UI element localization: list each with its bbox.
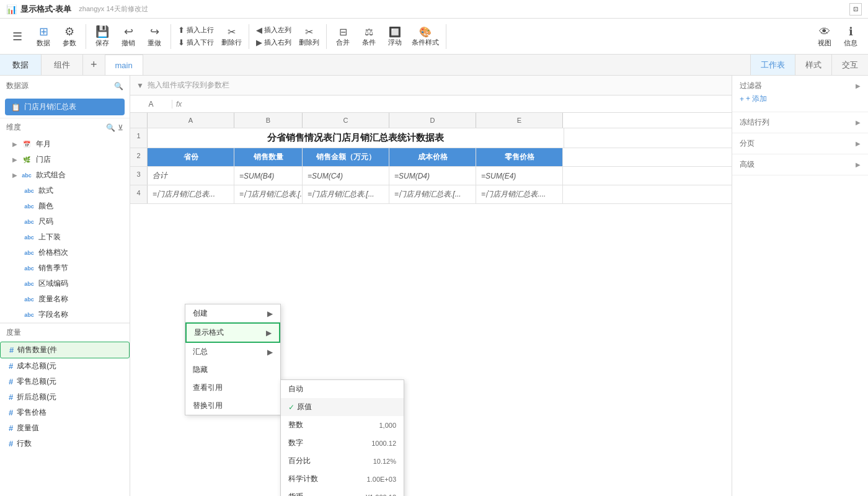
title-cell[interactable]: 分省销售情况表门店月销汇总表统计数据表 bbox=[148, 128, 564, 148]
format-integer[interactable]: 整数 1,000 bbox=[281, 416, 404, 434]
measure-item-retail-price[interactable]: # 零售价格 bbox=[0, 405, 130, 420]
search-dim-icon[interactable]: 🔍 bbox=[106, 123, 115, 132]
condition-button[interactable]: ⚖ 条件 bbox=[356, 24, 381, 49]
merge-button[interactable]: ⊟ 合并 bbox=[330, 24, 355, 49]
save-button[interactable]: 💾 保存 bbox=[90, 23, 115, 50]
measure-item-row-count[interactable]: # 行数 bbox=[0, 436, 130, 451]
arrow-icon: ▶ bbox=[266, 329, 272, 337]
col-header-e: E bbox=[476, 113, 563, 128]
params-menu-button[interactable]: ⚙ 参数 bbox=[57, 23, 82, 50]
freeze-section: 冻结行列 ▶ bbox=[732, 112, 868, 133]
page-arrow-icon: ▶ bbox=[856, 140, 861, 147]
menu-item-replace-ref[interactable]: 替换引用 bbox=[185, 397, 280, 415]
float-button[interactable]: 🔲 浮动 bbox=[383, 24, 407, 49]
menu-item-create[interactable]: 创建 ▶ bbox=[185, 304, 280, 322]
measure-item-sales-qty[interactable]: # 销售数量(件 bbox=[0, 342, 130, 358]
context-menu-1: 创建 ▶ 显示格式 ▶ 汇总 ▶ 隐藏 查看引用 替换引用 bbox=[185, 304, 281, 415]
tab-interact[interactable]: 交互 bbox=[831, 55, 868, 75]
tab-style[interactable]: 样式 bbox=[795, 55, 831, 75]
data-menu-button[interactable]: ⊞ 数据 bbox=[31, 23, 56, 50]
header-cell-sales-qty[interactable]: 销售数量 bbox=[234, 148, 303, 166]
dim-item-season[interactable]: abc 销售季节 bbox=[0, 260, 130, 276]
menu-item-view-ref[interactable]: 查看引用 bbox=[185, 379, 280, 397]
menu-item-display-format[interactable]: 显示格式 ▶ bbox=[185, 322, 280, 343]
format-auto[interactable]: 自动 bbox=[281, 380, 404, 398]
menu-item-hide[interactable]: 隐藏 bbox=[185, 361, 280, 379]
insert-left-button[interactable]: ◀ 插入左列 bbox=[253, 24, 294, 36]
view-button[interactable]: 👁 视图 bbox=[812, 23, 837, 50]
format-percent[interactable]: 百分比 10.12% bbox=[281, 452, 404, 470]
row-col-ops: ⬆ 插入上行 ⬇ 插入下行 bbox=[175, 24, 217, 48]
header-cell-province[interactable]: 省份 bbox=[148, 148, 234, 166]
measure-section-header: 度量 bbox=[0, 323, 130, 342]
measure-item-cost-total[interactable]: # 成本总额(元 bbox=[0, 358, 130, 374]
measure-item-retail-total[interactable]: # 零售总额(元 bbox=[0, 374, 130, 389]
sum-label[interactable]: 合计 bbox=[148, 167, 234, 185]
expand-icon: ▶ bbox=[12, 141, 17, 148]
delete-col-button[interactable]: ✂ 删除列 bbox=[296, 24, 322, 49]
dim-item-region-code[interactable]: abc 区域编码 bbox=[0, 276, 130, 291]
measure-item-value[interactable]: # 度量值 bbox=[0, 420, 130, 436]
abc-icon: abc bbox=[24, 188, 35, 194]
data-b[interactable]: =门店月销汇总表.[... bbox=[234, 185, 303, 203]
dim-item-price-level[interactable]: abc 价格档次 bbox=[0, 245, 130, 260]
hamburger-menu[interactable]: ☰ bbox=[5, 28, 30, 45]
format-scientific[interactable]: 科学计数 1.00E+03 bbox=[281, 470, 404, 488]
header-cell-sales-amount[interactable]: 销售金额（万元） bbox=[303, 148, 389, 166]
insert-right-button[interactable]: ▶ 插入右列 bbox=[253, 37, 294, 48]
tab-data[interactable]: 数据 bbox=[0, 55, 42, 75]
page-section-title[interactable]: 分页 ▶ bbox=[740, 138, 861, 149]
freeze-section-title[interactable]: 冻结行列 ▶ bbox=[740, 117, 861, 128]
insert-above-button[interactable]: ⬆ 插入上行 bbox=[175, 24, 217, 36]
dim-item-style-combo[interactable]: ▶ abc 款式组合 bbox=[0, 167, 130, 183]
advanced-section-title[interactable]: 高级 ▶ bbox=[740, 159, 861, 170]
menu-item-summary[interactable]: 汇总 ▶ bbox=[185, 343, 280, 361]
expand-dim-icon[interactable]: ⊻ bbox=[118, 123, 123, 132]
dim-item-style[interactable]: abc 款式 bbox=[0, 183, 130, 198]
dim-item-store[interactable]: ▶ 🌿 门店 bbox=[0, 152, 130, 167]
datasource-item[interactable]: 📋 门店月销汇总表 bbox=[5, 99, 125, 115]
format-number[interactable]: 数字 1000.12 bbox=[281, 434, 404, 452]
cond-style-button[interactable]: 🎨 条件样式 bbox=[409, 24, 442, 49]
dim-item-field-name[interactable]: abc 字段名称 bbox=[0, 307, 130, 322]
header-cell-cost[interactable]: 成本价格 bbox=[389, 148, 476, 166]
corner-cell bbox=[130, 113, 148, 128]
page-section: 分页 ▶ bbox=[732, 133, 868, 154]
tab-worksheet[interactable]: 工作表 bbox=[750, 55, 795, 75]
filter-section-title[interactable]: 过滤器 ▶ bbox=[740, 81, 861, 91]
insert-below-button[interactable]: ⬇ 插入下行 bbox=[175, 37, 217, 48]
dim-item-color[interactable]: abc 颜色 bbox=[0, 198, 130, 214]
add-tab-button[interactable]: + bbox=[83, 55, 105, 75]
dim-item-year-month[interactable]: ▶ 📅 年月 bbox=[0, 136, 130, 152]
data-a[interactable]: =门店月销汇总表... bbox=[148, 185, 234, 203]
tab-component[interactable]: 组件 bbox=[42, 55, 83, 75]
info-button[interactable]: ℹ 信息 bbox=[838, 23, 863, 50]
data-d[interactable]: =门店月销汇总表.[... bbox=[389, 185, 476, 203]
maximize-button[interactable]: ⊡ bbox=[849, 3, 862, 16]
dimension-section-header: 维度 🔍 ⊻ bbox=[0, 118, 130, 136]
data-c[interactable]: =门店月销汇总表.[... bbox=[303, 185, 389, 203]
undo-button[interactable]: ↩ 撤销 bbox=[116, 23, 141, 50]
search-icon[interactable]: 🔍 bbox=[114, 82, 123, 91]
arrow-icon: ▶ bbox=[267, 309, 273, 318]
dim-item-size[interactable]: abc 尺码 bbox=[0, 214, 130, 229]
format-original[interactable]: ✓ 原值 bbox=[281, 398, 404, 416]
measure-item-discount-total[interactable]: # 折后总额(元 bbox=[0, 389, 130, 405]
add-filter-button[interactable]: + + 添加 bbox=[740, 91, 861, 107]
toolbar: ☰ ⊞ 数据 ⚙ 参数 💾 保存 ↩ 撤销 ↪ 重做 ⬆ 插入上行 ⬇ 插入下行… bbox=[0, 19, 868, 55]
delete-row-button[interactable]: ✂ 删除行 bbox=[218, 24, 245, 49]
dim-item-upper-lower[interactable]: abc 上下装 bbox=[0, 229, 130, 245]
hash-icon: # bbox=[9, 423, 13, 433]
format-currency[interactable]: 货币 ¥1,000.12 bbox=[281, 488, 404, 496]
expand-icon: ▶ bbox=[12, 156, 17, 163]
dim-item-measure-name[interactable]: abc 度量名称 bbox=[0, 291, 130, 307]
sum-d[interactable]: =SUM(D4) bbox=[389, 167, 476, 185]
header-cell-retail[interactable]: 零售价格 bbox=[476, 148, 563, 166]
redo-button[interactable]: ↪ 重做 bbox=[142, 23, 167, 50]
tab-main[interactable]: main bbox=[105, 55, 143, 75]
sum-e[interactable]: =SUM(E4) bbox=[476, 167, 563, 185]
col-header-row: A B C D E bbox=[130, 113, 732, 128]
data-e[interactable]: =门店月销汇总表.... bbox=[476, 185, 563, 203]
sum-b[interactable]: =SUM(B4) bbox=[234, 167, 303, 185]
sum-c[interactable]: =SUM(C4) bbox=[303, 167, 389, 185]
